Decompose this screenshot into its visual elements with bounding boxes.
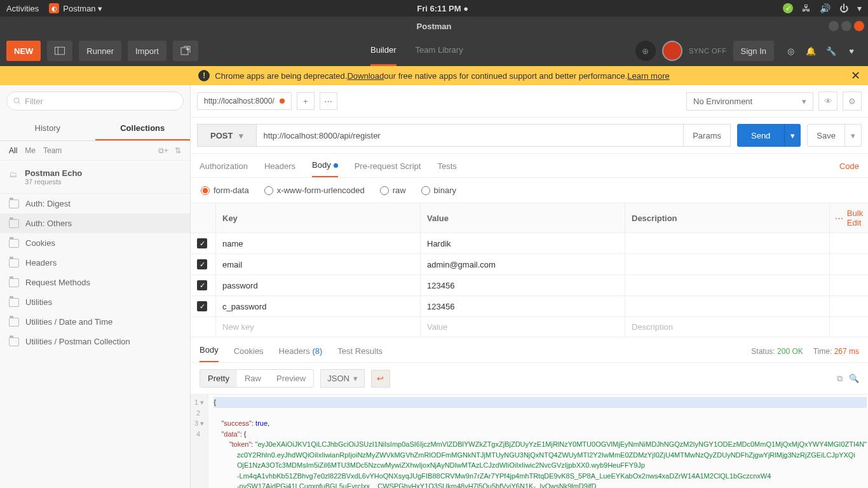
capture-icon[interactable]: ⊕ bbox=[635, 41, 656, 61]
request-tab[interactable]: http://localhost:8000/ bbox=[197, 92, 292, 110]
radio-form-data[interactable]: form-data bbox=[201, 186, 249, 195]
resp-tab-body[interactable]: Body bbox=[200, 345, 219, 362]
copy-response-icon[interactable]: ⧉ bbox=[837, 374, 843, 384]
new-button[interactable]: NEW bbox=[6, 41, 41, 61]
desc-cell[interactable] bbox=[625, 296, 830, 316]
tab-tests[interactable]: Tests bbox=[437, 161, 456, 177]
settings-icon[interactable]: 🔧 bbox=[821, 41, 841, 61]
key-cell[interactable]: c_password bbox=[216, 296, 421, 316]
sync-icon[interactable] bbox=[662, 41, 682, 61]
subtab-team[interactable]: Team bbox=[43, 146, 62, 155]
resp-tab-headers[interactable]: Headers (8) bbox=[279, 346, 323, 362]
add-tab-button[interactable]: + bbox=[297, 92, 315, 110]
sidebar-item[interactable]: Utilities / Postman Collection bbox=[0, 332, 190, 351]
new-window-button[interactable]: + bbox=[173, 41, 198, 61]
tab-builder[interactable]: Builder bbox=[370, 36, 396, 66]
row-checkbox[interactable]: ✓ bbox=[197, 259, 207, 269]
caret-down-icon[interactable]: ▾ bbox=[857, 3, 862, 13]
search-response-icon[interactable]: 🔍 bbox=[849, 374, 859, 384]
response-body[interactable]: 1 ▾ 2 3 ▾ 4 5 6 { "success": true, "data… bbox=[191, 395, 868, 488]
row-checkbox[interactable]: ✓ bbox=[197, 238, 207, 248]
tab-prerequest[interactable]: Pre-request Script bbox=[355, 161, 421, 177]
value-cell[interactable]: Hardik bbox=[421, 233, 625, 254]
notifications-icon[interactable]: 🔔 bbox=[801, 41, 821, 61]
filter-input[interactable]: Filter bbox=[6, 92, 184, 111]
wrap-lines-icon[interactable]: ↩ bbox=[371, 370, 390, 388]
value-cell[interactable]: 123456 bbox=[421, 296, 625, 316]
row-checkbox[interactable]: ✓ bbox=[197, 301, 207, 311]
url-input[interactable]: http://localhost:8000/api/register bbox=[257, 124, 684, 147]
new-desc-input[interactable]: Description bbox=[625, 317, 830, 337]
code-link[interactable]: Code bbox=[839, 161, 859, 177]
sidebar-item[interactable]: Auth: Others bbox=[0, 214, 190, 233]
sidebar-item[interactable]: Auth: Digest bbox=[0, 194, 190, 214]
toggle-sidebar-button[interactable] bbox=[47, 41, 72, 61]
status-ok-icon[interactable]: ✓ bbox=[783, 3, 793, 13]
runner-button[interactable]: Runner bbox=[79, 41, 121, 61]
sidebar-item[interactable]: Headers bbox=[0, 253, 190, 273]
environment-settings-icon[interactable]: ⚙ bbox=[843, 92, 862, 111]
key-cell[interactable]: password bbox=[216, 275, 421, 295]
key-cell[interactable]: email bbox=[216, 254, 421, 274]
resp-tab-cookies[interactable]: Cookies bbox=[234, 346, 264, 362]
new-key-input[interactable]: New key bbox=[216, 317, 421, 337]
tab-body[interactable]: Body bbox=[312, 160, 338, 177]
send-dropdown[interactable]: ▾ bbox=[784, 124, 801, 147]
key-cell[interactable]: name bbox=[216, 233, 421, 254]
tab-authorization[interactable]: Authorization bbox=[200, 161, 248, 177]
new-collection-icon[interactable]: ⧉+ bbox=[158, 146, 168, 155]
subtab-me[interactable]: Me bbox=[25, 146, 36, 155]
environment-select[interactable]: No Environment bbox=[686, 92, 813, 111]
sign-in-button[interactable]: Sign In bbox=[733, 41, 774, 61]
collection-header[interactable]: 🗂 Postman Echo 37 requests bbox=[0, 161, 190, 194]
network-icon[interactable]: 🖧 bbox=[802, 3, 811, 13]
method-select[interactable]: POST ▾ bbox=[197, 124, 257, 147]
save-dropdown[interactable]: ▾ bbox=[845, 124, 862, 147]
power-icon[interactable]: ⏻ bbox=[839, 3, 848, 13]
send-button[interactable]: Send bbox=[737, 124, 784, 147]
view-pretty[interactable]: Pretty bbox=[200, 370, 237, 387]
sidebar-item[interactable]: Utilities / Date and Time bbox=[0, 312, 190, 332]
sidebar-item[interactable]: Utilities bbox=[0, 292, 190, 312]
environment-quicklook-icon[interactable]: 👁 bbox=[818, 92, 837, 111]
new-value-input[interactable]: Value bbox=[421, 317, 625, 337]
learn-more-link[interactable]: Learn more bbox=[627, 71, 669, 81]
params-button[interactable]: Params bbox=[684, 124, 731, 147]
radio-raw[interactable]: raw bbox=[380, 186, 406, 195]
view-raw[interactable]: Raw bbox=[237, 370, 269, 387]
tab-team-library[interactable]: Team Library bbox=[416, 36, 463, 66]
desc-cell[interactable] bbox=[625, 233, 830, 254]
desc-cell[interactable] bbox=[625, 254, 830, 274]
tab-headers[interactable]: Headers bbox=[264, 161, 295, 177]
view-preview[interactable]: Preview bbox=[269, 370, 313, 387]
tab-collections[interactable]: Collections bbox=[95, 117, 191, 140]
maximize-button[interactable] bbox=[841, 21, 851, 31]
app-menu[interactable]: ◐ Postman ▾ bbox=[49, 3, 102, 13]
save-button[interactable]: Save bbox=[807, 124, 845, 147]
value-cell[interactable]: 123456 bbox=[421, 275, 625, 295]
tab-history[interactable]: History bbox=[0, 117, 95, 140]
minimize-button[interactable] bbox=[829, 21, 839, 31]
subtab-all[interactable]: All bbox=[9, 146, 17, 155]
sort-icon[interactable]: ⇅ bbox=[175, 146, 181, 155]
clock[interactable]: Fri 6:11 PM ● bbox=[102, 4, 783, 13]
bulk-edit-link[interactable]: ⋯Bulk Edit bbox=[830, 203, 868, 233]
radio-urlencoded[interactable]: x-www-form-urlencoded bbox=[264, 186, 365, 195]
close-button[interactable] bbox=[854, 21, 864, 31]
activities-button[interactable]: Activities bbox=[6, 4, 39, 13]
satellite-icon[interactable]: ◎ bbox=[780, 41, 801, 61]
sidebar-item[interactable]: Request Methods bbox=[0, 273, 190, 292]
row-checkbox[interactable]: ✓ bbox=[197, 280, 207, 290]
heart-icon[interactable]: ♥ bbox=[841, 41, 862, 61]
resp-tab-tests[interactable]: Test Results bbox=[337, 346, 383, 362]
format-select[interactable]: JSON ▾ bbox=[320, 369, 365, 388]
radio-binary[interactable]: binary bbox=[421, 186, 456, 195]
volume-icon[interactable]: 🔊 bbox=[820, 3, 831, 13]
value-cell[interactable]: admin@gmail.com bbox=[421, 254, 625, 274]
import-button[interactable]: Import bbox=[128, 41, 166, 61]
sidebar-item[interactable]: Cookies bbox=[0, 233, 190, 253]
banner-close-icon[interactable]: ✕ bbox=[851, 69, 860, 83]
desc-cell[interactable] bbox=[625, 275, 830, 295]
download-link[interactable]: Download bbox=[347, 71, 384, 81]
tab-options-button[interactable]: ⋯ bbox=[320, 92, 337, 110]
